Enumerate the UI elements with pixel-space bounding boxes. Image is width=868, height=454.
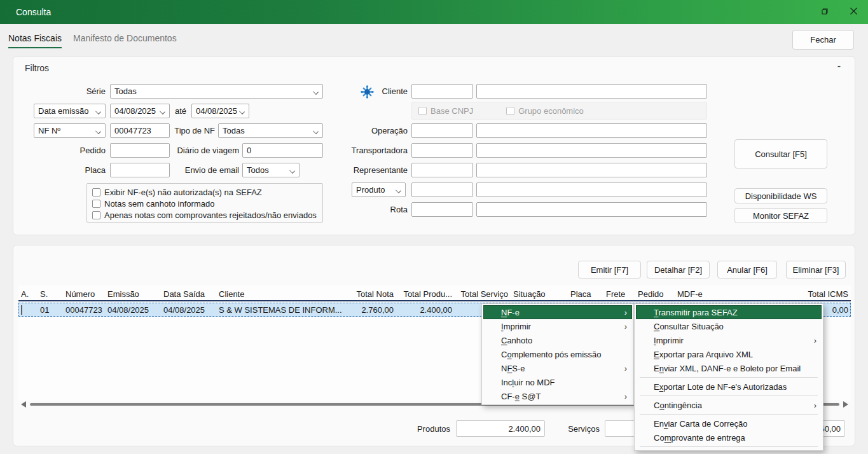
cliente-options-box: Base CNPJ Grupo econômico (411, 102, 707, 120)
chevron-down-icon (160, 109, 165, 114)
transportadora-code-input[interactable] (411, 143, 473, 158)
tab-manifesto-documentos[interactable]: Manifesto de Documentos (73, 33, 177, 43)
row-checkbox[interactable] (21, 305, 22, 315)
date-to-picker[interactable]: 04/08/2025 (191, 104, 249, 118)
produto-code-input[interactable] (411, 182, 473, 197)
chevron-down-icon (239, 109, 245, 114)
column-header[interactable]: Total Produ... (396, 289, 455, 299)
menu-item-cf-e-sat[interactable]: CF-e S@T› (483, 389, 632, 403)
produtos-label: Produtos (323, 420, 450, 437)
cell-total-nota: 2.760,00 (348, 305, 396, 315)
chevron-down-icon (95, 128, 101, 134)
pedido-label: Pedido (13, 143, 106, 158)
date-from-picker[interactable]: 04/08/2025 (110, 104, 170, 118)
operacao-name-input[interactable] (476, 123, 707, 138)
submenu-arrow-icon: › (624, 364, 627, 373)
chevron-down-icon (95, 109, 101, 114)
transportadora-name-input[interactable] (476, 143, 707, 158)
close-window-button[interactable] (839, 0, 868, 24)
column-header[interactable]: Total ICMS (719, 289, 851, 299)
rota-label: Rota (280, 202, 408, 217)
menu-item-exportar-arquivo-xml[interactable]: Exportar para Arquivo XML (636, 347, 822, 361)
tab-notas-fiscais[interactable]: Notas Fiscais (8, 33, 62, 43)
eliminar-button[interactable]: Eliminar [F3] (786, 261, 846, 279)
submenu-arrow-icon: › (624, 322, 627, 331)
menu-item-comprovante-entrega[interactable]: Comprovante de entrega (636, 430, 822, 444)
placa-input[interactable] (110, 163, 170, 177)
column-header[interactable]: Situação (511, 289, 568, 299)
anular-button[interactable]: Anular [F6] (717, 261, 777, 279)
base-cnpj-label: Base CNPJ (431, 106, 473, 116)
menu-item-contingencia[interactable]: Contingência› (636, 398, 822, 412)
column-header[interactable]: Placa (568, 289, 603, 299)
cliente-name-input[interactable] (476, 84, 707, 99)
menu-item-nfe[interactable]: NF-e› (483, 305, 632, 319)
column-header[interactable]: S. (38, 289, 63, 299)
cliente-label: Cliente (280, 84, 408, 99)
menu-item-complemento-pos-emissao[interactable]: Complemento pós emissão (483, 347, 632, 361)
nfe-submenu: Transmitir para SEFAZConsultar SituaçãoI… (634, 303, 823, 451)
cell-serie: 01 (38, 305, 63, 315)
pedido-input[interactable] (110, 143, 170, 158)
menu-item-canhoto[interactable]: Canhoto (483, 333, 632, 347)
column-header[interactable]: Número (63, 289, 105, 299)
cell-emissao: 04/08/2025 (105, 305, 161, 315)
representante-code-input[interactable] (411, 163, 473, 177)
checkbox-label: Notas sem canhoto informado (104, 199, 214, 209)
monitor-sefaz-button[interactable]: Monitor SEFAZ (734, 208, 827, 223)
context-menu: NF-e›Imprimir›CanhotoComplemento pós emi… (481, 303, 634, 405)
filters-groupbox: Filtros - Série Todas Data emissão 04/08… (13, 56, 855, 235)
menu-item-enviar-carta-correcao[interactable]: Enviar Carta de Correção (636, 416, 822, 430)
menu-item-exportar-lote-autorizadas[interactable]: Exportar Lote de NF-e's Autorizadas (636, 380, 822, 394)
produto-type-select[interactable]: Produto (352, 182, 406, 197)
column-header[interactable]: Cliente (216, 289, 348, 299)
fechar-button[interactable]: Fechar (792, 30, 854, 50)
ate-label: até (175, 104, 190, 118)
chevron-down-icon (396, 188, 401, 193)
representante-name-input[interactable] (476, 163, 707, 177)
column-header[interactable]: Emissão (105, 289, 161, 299)
restore-icon (820, 7, 829, 18)
column-header[interactable]: Data Saída (161, 289, 216, 299)
rota-code-input[interactable] (411, 202, 473, 217)
serie-label: Série (13, 84, 106, 99)
consultar-button[interactable]: Consultar [F5] (734, 139, 827, 169)
menu-item-imprimir[interactable]: Imprimir› (483, 319, 632, 333)
checkbox-comprovantes-rejeitados[interactable] (92, 211, 100, 219)
menu-item-incluir-no-mdf[interactable]: Incluir no MDF (483, 375, 632, 389)
menu-item-imprimir[interactable]: Imprimir› (636, 333, 822, 347)
column-header[interactable]: A. (18, 289, 38, 299)
menu-separator (640, 414, 818, 415)
cell-numero: 00047723 (63, 305, 105, 315)
checkbox-notas-sem-canhoto[interactable] (92, 200, 100, 208)
column-header[interactable]: MDF-e (675, 289, 719, 299)
column-header[interactable]: Total Nota (348, 289, 396, 299)
date-type-select[interactable]: Data emissão (34, 104, 106, 118)
column-header[interactable]: Pedido (635, 289, 675, 299)
menu-item-nfs-e[interactable]: NFS-e› (483, 361, 632, 375)
disponibilidade-ws-button[interactable]: Disponibilidade WS (734, 188, 827, 203)
submenu-arrow-icon: › (624, 308, 627, 317)
scroll-right-arrow[interactable] (843, 401, 848, 408)
nf-number-type-select[interactable]: NF Nº (34, 123, 106, 138)
diario-viagem-label: Diário de viagem (176, 143, 239, 158)
menu-item-transmitir-para-sefaz[interactable]: Transmitir para SEFAZ (636, 305, 822, 319)
grupo-economico-label: Grupo econômico (518, 106, 584, 116)
menu-item-consultar-situacao[interactable]: Consultar Situação (636, 319, 822, 333)
produto-name-input[interactable] (476, 182, 707, 197)
menu-item-enviar-xml-danfe-boleto[interactable]: Enviar XML, DANF-e e Boleto por Email (636, 361, 822, 375)
checkbox-base-cnpj[interactable] (418, 107, 427, 115)
filters-collapse-toggle[interactable]: - (837, 60, 841, 72)
operacao-code-input[interactable] (411, 123, 473, 138)
column-header[interactable]: Frete (603, 289, 635, 299)
column-header[interactable]: Total Serviço (455, 289, 511, 299)
restore-window-button[interactable] (809, 0, 839, 24)
checkbox-exibir-nfe-nao-autorizada[interactable] (92, 188, 100, 196)
cliente-code-input[interactable] (411, 84, 473, 99)
rota-name-input[interactable] (476, 202, 707, 217)
checkbox-grupo-economico[interactable] (506, 107, 514, 115)
menu-separator (640, 446, 818, 447)
scroll-left-arrow[interactable] (21, 401, 26, 408)
detalhar-button[interactable]: Detalhar [F2] (647, 261, 710, 279)
emitir-button[interactable]: Emitir [F7] (578, 261, 641, 279)
